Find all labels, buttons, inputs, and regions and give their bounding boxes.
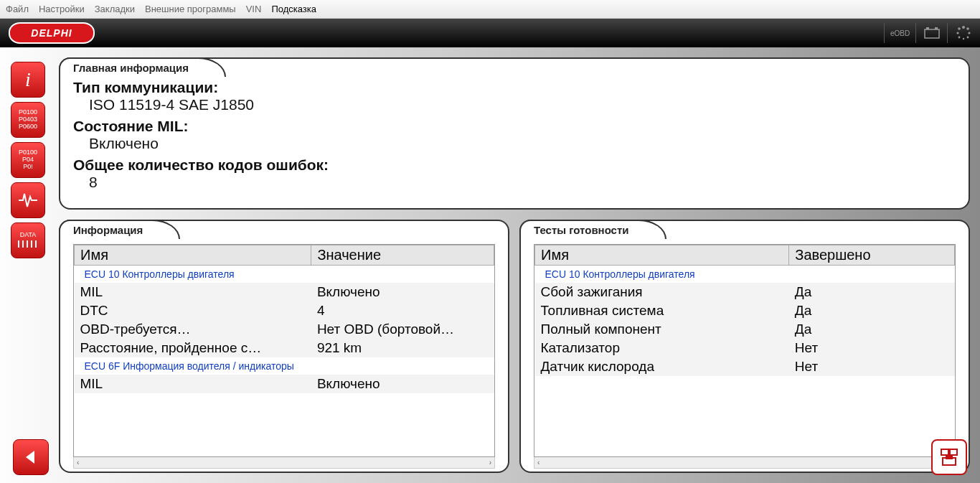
svg-rect-12 bbox=[950, 449, 957, 455]
svg-point-3 bbox=[962, 26, 965, 29]
main: i P0100 P0403 P0600 P0100 P04 P0! DATA Г… bbox=[0, 47, 980, 483]
table-header-row: Имя Значение bbox=[75, 245, 494, 266]
svg-rect-0 bbox=[925, 29, 939, 38]
table-group-row: ECU 6F Информация водителя / индикаторы bbox=[75, 357, 494, 375]
print-button[interactable] bbox=[931, 439, 967, 475]
menu-bookmarks[interactable]: Закладки bbox=[95, 4, 135, 14]
svg-point-9 bbox=[956, 32, 958, 34]
table-row[interactable]: OBD-требуется…Нет OBD (бортовой… bbox=[75, 320, 494, 339]
mil-state-label: Состояние MIL: bbox=[73, 118, 956, 135]
battery-icon[interactable] bbox=[915, 23, 940, 43]
mil-state-value: Включено bbox=[73, 135, 956, 152]
info-table: Имя Значение ECU 10 Контроллеры двигател… bbox=[74, 245, 494, 393]
sidebar: i P0100 P0403 P0600 P0100 P04 P0! DATA bbox=[0, 47, 56, 483]
sidebar-data-button[interactable]: DATA bbox=[11, 222, 45, 258]
readiness-table: Имя Завершено ECU 10 Контроллеры двигате… bbox=[534, 245, 955, 376]
svg-rect-2 bbox=[935, 27, 938, 29]
panel-main-info: Главная информация Тип коммуникации: ISO… bbox=[59, 57, 970, 210]
svg-rect-14 bbox=[946, 456, 953, 459]
table-row[interactable]: Сбой зажиганияДа bbox=[535, 283, 955, 301]
dtc-count-label: Общее количество кодов ошибок: bbox=[73, 156, 956, 174]
readiness-header-done[interactable]: Завершено bbox=[789, 245, 955, 266]
readiness-hscroll[interactable]: ‹› bbox=[534, 457, 956, 469]
table-row[interactable]: Топливная системаДа bbox=[535, 301, 955, 320]
two-column: Информация Имя Значение ECU 10 Контролле… bbox=[59, 220, 970, 473]
topbar: DELPHI eOBD bbox=[0, 19, 980, 47]
comm-type-value: ISO 11519-4 SAE J1850 bbox=[73, 96, 956, 113]
sidebar-info-button[interactable]: i bbox=[11, 62, 45, 98]
dtc-count-value: 8 bbox=[73, 174, 956, 191]
svg-point-7 bbox=[962, 38, 963, 39]
svg-rect-1 bbox=[926, 27, 929, 29]
info-header-name[interactable]: Имя bbox=[75, 245, 311, 266]
svg-point-6 bbox=[966, 37, 969, 39]
svg-point-8 bbox=[958, 37, 960, 39]
table-header-row: Имя Завершено bbox=[535, 245, 955, 266]
eobd-button[interactable]: eOBD bbox=[884, 23, 908, 43]
sidebar-codes-button[interactable]: P0100 P0403 P0600 bbox=[11, 102, 45, 138]
menu-settings[interactable]: Настройки bbox=[39, 4, 85, 14]
back-button[interactable] bbox=[13, 439, 49, 475]
menu-help[interactable]: Подсказка bbox=[271, 4, 316, 14]
panel-information-title: Информация bbox=[59, 220, 180, 239]
panel-readiness-title: Тесты готовности bbox=[519, 220, 666, 239]
panel-information: Информация Имя Значение ECU 10 Контролле… bbox=[59, 220, 509, 473]
table-row[interactable]: Расстояние, пройденное с…921 km bbox=[75, 339, 494, 357]
info-table-scroll[interactable]: Имя Значение ECU 10 Контроллеры двигател… bbox=[73, 244, 495, 457]
sidebar-codes2-button[interactable]: P0100 P04 P0! bbox=[11, 142, 45, 178]
sidebar-live-button[interactable] bbox=[11, 182, 45, 218]
table-row[interactable]: MILВключено bbox=[75, 375, 494, 393]
menubar: Файл Настройки Закладки Внешние программ… bbox=[0, 0, 980, 19]
readiness-header-name[interactable]: Имя bbox=[535, 245, 789, 266]
panel-main-info-body: Тип коммуникации: ISO 11519-4 SAE J1850 … bbox=[73, 67, 956, 191]
menu-external[interactable]: Внешние программы bbox=[145, 4, 236, 14]
loading-icon[interactable] bbox=[947, 23, 971, 43]
panel-readiness: Тесты готовности Имя Завершено ECU 10 Ко… bbox=[519, 220, 970, 473]
table-row[interactable]: Полный компонентДа bbox=[535, 320, 955, 339]
readiness-table-scroll[interactable]: Имя Завершено ECU 10 Контроллеры двигате… bbox=[534, 244, 956, 457]
svg-point-10 bbox=[958, 27, 961, 30]
menu-vin[interactable]: VIN bbox=[246, 4, 262, 14]
table-group-row: ECU 10 Контроллеры двигателя bbox=[75, 266, 494, 283]
info-hscroll[interactable]: ‹› bbox=[73, 457, 495, 469]
table-row[interactable]: Датчик кислородаНет bbox=[535, 357, 955, 376]
info-header-value[interactable]: Значение bbox=[311, 245, 494, 266]
content: Главная информация Тип коммуникации: ISO… bbox=[56, 47, 980, 483]
panel-main-info-title: Главная информация bbox=[59, 57, 226, 77]
menu-file[interactable]: Файл bbox=[6, 4, 29, 14]
comm-type-label: Тип коммуникации: bbox=[73, 79, 956, 96]
table-row[interactable]: MILВключено bbox=[75, 283, 494, 301]
svg-point-4 bbox=[966, 27, 969, 30]
table-row[interactable]: КатализаторНет bbox=[535, 339, 955, 357]
svg-point-5 bbox=[968, 32, 970, 34]
table-group-row: ECU 10 Контроллеры двигателя bbox=[535, 266, 955, 283]
table-row[interactable]: DTC4 bbox=[75, 301, 494, 320]
svg-rect-11 bbox=[941, 449, 948, 455]
brand-logo: DELPHI bbox=[9, 22, 95, 44]
topbar-right: eOBD bbox=[884, 23, 971, 43]
